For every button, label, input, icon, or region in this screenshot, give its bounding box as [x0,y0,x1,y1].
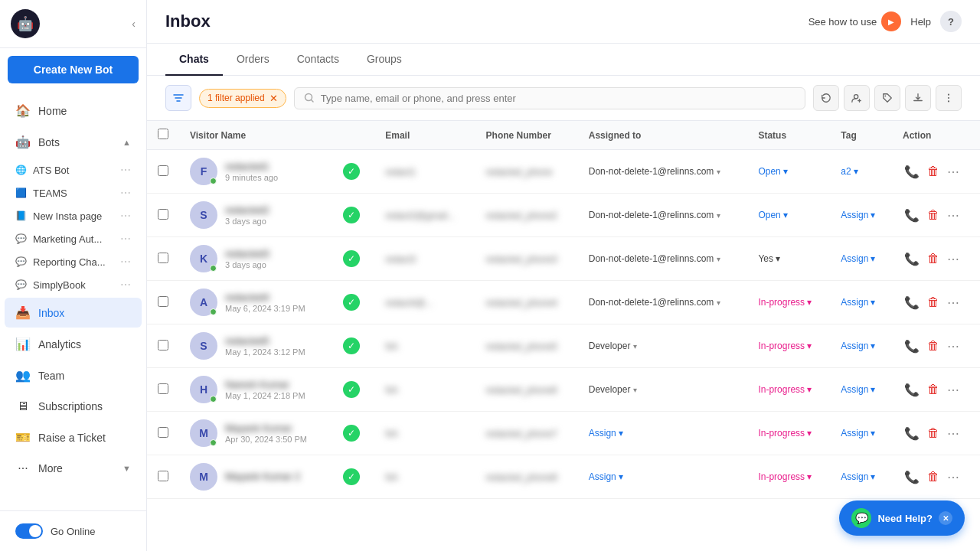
play-button[interactable]: ▶ [881,11,901,31]
go-online-toggle[interactable]: Go Online [5,517,142,545]
status-badge[interactable]: In-progress ▾ [758,384,819,395]
filter-button[interactable] [165,85,191,111]
tab-groups[interactable]: Groups [353,44,416,76]
delete-button[interactable]: 🗑 [926,425,941,442]
see-how-to-use-button[interactable]: See how to use ▶ [808,11,902,31]
tab-orders[interactable]: Orders [223,44,283,76]
delete-button[interactable]: 🗑 [926,163,941,180]
assigned-chevron[interactable]: ▾ [717,211,720,220]
sidebar-item-subscriptions[interactable]: 🖥 Subscriptions [5,392,142,421]
sidebar-item-more[interactable]: ··· More ▼ [5,454,142,483]
tab-chats[interactable]: Chats [165,44,223,76]
help-button[interactable]: ? [940,11,962,32]
bot-item-ats[interactable]: 🌐 ATS Bot ⋯ [5,158,142,181]
delete-button[interactable]: 🗑 [926,207,941,223]
tag-value[interactable]: a2 ▾ [841,166,881,177]
sidebar-collapse-button[interactable]: ‹ [132,18,136,30]
row-checkbox[interactable] [158,427,168,438]
sidebar-item-analytics[interactable]: 📊 Analytics [5,329,142,359]
row-checkbox[interactable] [158,165,168,176]
row-more-button[interactable]: ⋯ [946,163,961,181]
more-icon[interactable]: ⋯ [120,233,131,245]
delete-button[interactable]: 🗑 [926,294,941,311]
more-icon[interactable]: ⋯ [120,256,131,268]
more-icon[interactable]: ⋯ [120,279,131,291]
assigned-chevron[interactable]: ▾ [633,342,637,350]
refresh-button[interactable] [813,85,839,111]
assigned-chevron[interactable]: ▾ [717,298,720,307]
row-more-button[interactable]: ⋯ [946,337,961,355]
bot-item-reporting[interactable]: 💬 Reporting Cha... ⋯ [5,250,142,273]
row-more-button[interactable]: ⋯ [946,294,961,311]
filter-badge[interactable]: 1 filter applied ✕ [199,89,286,108]
row-more-button[interactable]: ⋯ [946,468,961,486]
tag-button[interactable] [874,85,900,111]
row-checkbox[interactable] [158,253,168,263]
status-badge[interactable]: In-progress ▾ [758,471,819,482]
row-more-button[interactable]: ⋯ [946,207,961,224]
status-badge[interactable]: In-progress ▾ [758,297,819,308]
bot-item-insta[interactable]: 📘 New Insta page ⋯ [5,204,142,227]
row-more-button[interactable]: ⋯ [946,250,961,268]
row-checkbox[interactable] [158,340,168,350]
call-button[interactable]: 📞 [903,425,921,442]
tag-assign-button[interactable]: Assign ▾ [841,471,881,482]
tag-assign-button[interactable]: Assign ▾ [841,210,881,220]
sidebar-item-team[interactable]: 👥 Team [5,360,142,390]
delete-button[interactable]: 🗑 [926,381,941,398]
online-toggle-switch[interactable] [15,523,43,539]
call-button[interactable]: 📞 [903,468,921,486]
tab-contacts[interactable]: Contacts [283,44,353,76]
sidebar-item-raise-ticket[interactable]: 🎫 Raise a Ticket [5,422,142,452]
assigned-dropdown[interactable]: Assign ▾ [589,471,623,482]
help-widget-close-button[interactable]: ✕ [939,511,952,525]
bot-item-simplybook[interactable]: 💬 SimplyBook ⋯ [5,273,142,296]
row-checkbox[interactable] [158,296,168,307]
assigned-chevron[interactable]: ▾ [717,255,720,263]
status-badge[interactable]: Open ▾ [758,210,819,220]
assigned-chevron[interactable]: ▾ [633,386,637,394]
status-badge[interactable]: Open ▾ [758,166,819,177]
assigned-dropdown[interactable]: Assign ▾ [589,428,623,439]
delete-button[interactable]: 🗑 [926,337,941,354]
assigned-chevron[interactable]: ▾ [717,168,720,176]
call-button[interactable]: 📞 [903,163,921,181]
filter-clear-button[interactable]: ✕ [270,93,278,104]
more-icon[interactable]: ⋯ [120,210,131,222]
delete-button[interactable]: 🗑 [926,250,941,267]
more-options-button[interactable] [936,85,962,111]
more-icon[interactable]: ⋯ [120,164,131,176]
call-button[interactable]: 📞 [903,337,921,355]
row-checkbox[interactable] [158,209,168,220]
download-button[interactable] [905,85,931,111]
status-badge[interactable]: In-progress ▾ [758,428,819,439]
tag-assign-button[interactable]: Assign ▾ [841,297,881,308]
search-box[interactable] [294,87,805,109]
create-new-bot-button[interactable]: Create New Bot [8,56,139,83]
row-checkbox[interactable] [158,383,168,394]
delete-button[interactable]: 🗑 [926,468,941,485]
row-more-button[interactable]: ⋯ [946,381,961,399]
sidebar-item-bots[interactable]: 🤖 Bots ▲ [5,127,142,157]
row-more-button[interactable]: ⋯ [946,425,961,442]
select-all-checkbox[interactable] [158,129,168,139]
help-widget[interactable]: 💬 Need Help? ✕ [839,500,965,536]
tag-assign-button[interactable]: Assign ▾ [841,253,881,264]
bot-item-marketing[interactable]: 💬 Marketing Aut... ⋯ [5,227,142,250]
status-badge[interactable]: In-progress ▾ [758,341,819,351]
call-button[interactable]: 📞 [903,381,921,399]
search-input[interactable] [321,93,795,104]
call-button[interactable]: 📞 [903,250,921,268]
bot-item-teams[interactable]: 🟦 TEAMS ⋯ [5,181,142,204]
status-badge[interactable]: Yes ▾ [758,253,819,264]
sidebar-item-inbox[interactable]: 📥 Inbox [5,298,142,328]
sidebar-item-home[interactable]: 🏠 Home [5,96,142,126]
row-checkbox[interactable] [158,471,168,481]
tag-assign-button[interactable]: Assign ▾ [841,428,881,439]
tag-assign-button[interactable]: Assign ▾ [841,384,881,395]
call-button[interactable]: 📞 [903,294,921,311]
add-user-button[interactable] [844,85,870,111]
call-button[interactable]: 📞 [903,207,921,224]
tag-assign-button[interactable]: Assign ▾ [841,341,881,351]
more-icon[interactable]: ⋯ [120,187,131,199]
